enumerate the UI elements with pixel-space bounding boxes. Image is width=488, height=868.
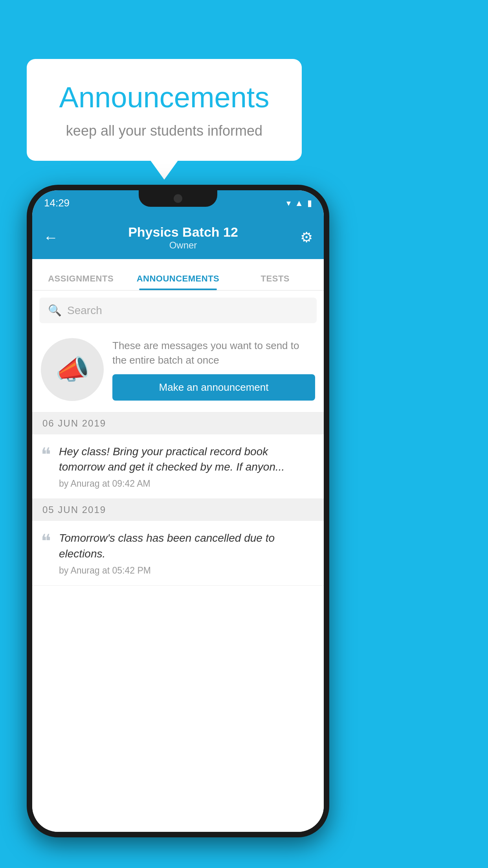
app-bar: ← Physics Batch 12 Owner ⚙ xyxy=(32,216,324,259)
front-camera xyxy=(174,194,182,203)
announcement-text-2: Tomorrow's class has been cancelled due … xyxy=(59,530,315,561)
phone-screen: 14:29 ▾ ▲ ▮ ← Physics Batch 12 Owner ⚙ xyxy=(32,190,324,832)
make-announcement-button[interactable]: Make an announcement xyxy=(112,374,315,401)
wifi-icon: ▾ xyxy=(286,198,291,208)
date-divider-2: 05 JUN 2019 xyxy=(32,499,324,521)
promo-description: These are messages you want to send to t… xyxy=(112,338,315,367)
announcement-meta-2: by Anurag at 05:42 PM xyxy=(59,565,315,576)
announcement-text-1: Hey class! Bring your practical record b… xyxy=(59,444,315,474)
speech-bubble-subtitle: keep all your students informed xyxy=(50,123,278,139)
phone-notch xyxy=(139,190,217,207)
battery-icon: ▮ xyxy=(307,198,312,208)
tab-tests[interactable]: TESTS xyxy=(227,274,324,290)
signal-icon: ▲ xyxy=(295,198,303,208)
settings-button[interactable]: ⚙ xyxy=(300,229,313,246)
back-button[interactable]: ← xyxy=(43,229,58,246)
tab-assignments[interactable]: ASSIGNMENTS xyxy=(32,274,129,290)
content-area: 🔍 Search 📣 These are messages you want t… xyxy=(32,291,324,832)
app-bar-title-container: Physics Batch 12 Owner xyxy=(66,224,300,251)
announcement-meta-1: by Anurag at 09:42 AM xyxy=(59,478,315,489)
search-placeholder: Search xyxy=(67,304,102,317)
speech-bubble-title: Announcements xyxy=(50,81,278,114)
search-bar[interactable]: 🔍 Search xyxy=(39,298,317,323)
announcement-item-2: ❝ Tomorrow's class has been cancelled du… xyxy=(32,521,324,585)
phone-container: 14:29 ▾ ▲ ▮ ← Physics Batch 12 Owner ⚙ xyxy=(27,185,329,837)
promo-content: These are messages you want to send to t… xyxy=(112,338,315,401)
date-divider-1: 06 JUN 2019 xyxy=(32,412,324,434)
promo-section: 📣 These are messages you want to send to… xyxy=(32,327,324,412)
quote-icon-2: ❝ xyxy=(41,532,51,551)
app-bar-subtitle: Owner xyxy=(66,240,300,251)
phone-frame: 14:29 ▾ ▲ ▮ ← Physics Batch 12 Owner ⚙ xyxy=(27,185,329,837)
announcement-content-1: Hey class! Bring your practical record b… xyxy=(59,444,315,489)
tabs-bar: ASSIGNMENTS ANNOUNCEMENTS TESTS xyxy=(32,259,324,291)
quote-icon-1: ❝ xyxy=(41,445,51,464)
app-bar-title: Physics Batch 12 xyxy=(66,224,300,240)
search-icon: 🔍 xyxy=(48,304,62,317)
status-icons: ▾ ▲ ▮ xyxy=(286,198,312,208)
announcement-item-1: ❝ Hey class! Bring your practical record… xyxy=(32,434,324,499)
speech-bubble-container: Announcements keep all your students inf… xyxy=(27,59,302,161)
status-time: 14:29 xyxy=(44,197,70,209)
megaphone-icon: 📣 xyxy=(55,353,90,386)
promo-icon-circle: 📣 xyxy=(41,338,104,401)
tab-announcements[interactable]: ANNOUNCEMENTS xyxy=(129,274,226,290)
speech-bubble: Announcements keep all your students inf… xyxy=(27,59,302,161)
announcement-content-2: Tomorrow's class has been cancelled due … xyxy=(59,530,315,576)
